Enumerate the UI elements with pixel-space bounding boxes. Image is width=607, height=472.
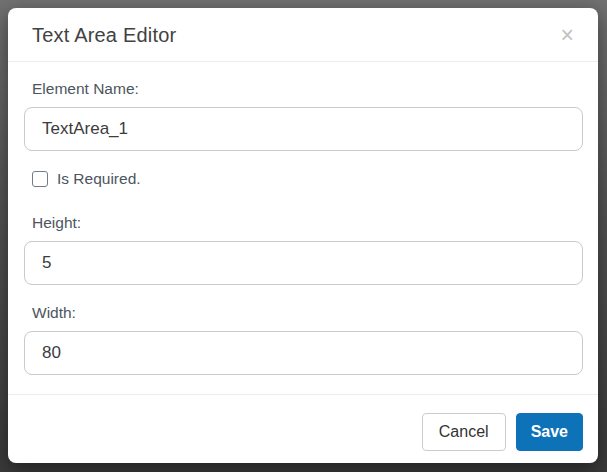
- is-required-row: Is Required.: [32, 170, 583, 188]
- element-name-input[interactable]: [24, 107, 583, 151]
- dialog-footer: Cancel Save: [8, 394, 598, 463]
- is-required-label[interactable]: Is Required.: [57, 170, 141, 188]
- close-icon[interactable]: ×: [557, 24, 578, 47]
- dialog-body: Element Name: Is Required. Height: Width…: [8, 62, 598, 394]
- cancel-button[interactable]: Cancel: [422, 413, 506, 451]
- is-required-checkbox[interactable]: [32, 171, 48, 187]
- height-label: Height:: [32, 214, 583, 232]
- dialog-header: Text Area Editor ×: [8, 8, 598, 62]
- element-name-label: Element Name:: [32, 80, 583, 98]
- width-label: Width:: [32, 304, 583, 322]
- dialog-title: Text Area Editor: [32, 24, 176, 47]
- width-input[interactable]: [24, 331, 583, 375]
- height-input[interactable]: [24, 241, 583, 285]
- text-area-editor-dialog: Text Area Editor × Element Name: Is Requ…: [8, 8, 598, 463]
- save-button[interactable]: Save: [516, 413, 583, 451]
